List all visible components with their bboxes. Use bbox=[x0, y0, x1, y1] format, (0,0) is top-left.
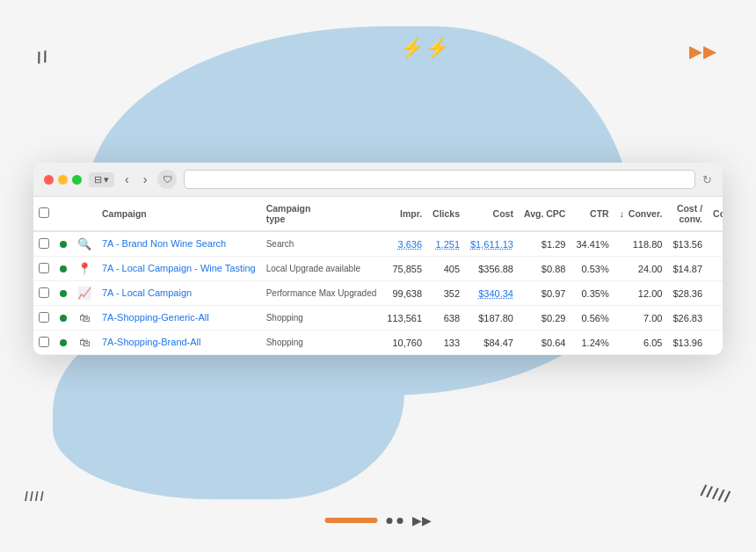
row-avg-cpc: $0.64 bbox=[519, 330, 571, 355]
traffic-light-green[interactable] bbox=[72, 175, 82, 185]
row-campaign: 7A - Brand Non Wine Search bbox=[97, 231, 261, 257]
clicks-value: 638 bbox=[444, 313, 460, 323]
campaign-link[interactable]: 7A - Local Campaign - Wine Tasting bbox=[102, 262, 256, 274]
row-conv-rate: 1.10% bbox=[708, 306, 723, 330]
row-clicks: 1,251 bbox=[427, 231, 465, 257]
row-conv-rate: 4.55% bbox=[708, 330, 723, 355]
row-checkbox[interactable] bbox=[39, 238, 49, 249]
row-avg-cpc: $0.29 bbox=[519, 306, 571, 330]
cost-value: $187.80 bbox=[478, 313, 513, 323]
status-dot bbox=[60, 265, 67, 272]
table-row: 🔍7A - Brand Non Wine SearchSearch3,6361,… bbox=[33, 231, 723, 257]
cost-conv-value: $28.36 bbox=[672, 288, 702, 299]
select-all-checkbox[interactable] bbox=[39, 207, 49, 218]
impr-value: 10,760 bbox=[392, 338, 422, 348]
row-avg-cpc: $0.97 bbox=[519, 281, 571, 306]
forward-button[interactable]: › bbox=[140, 171, 151, 188]
row-campaign: 7A-Shopping-Generic-All bbox=[97, 306, 261, 330]
row-conver: 7.00 bbox=[614, 306, 668, 330]
avg-cpc-value: $1.29 bbox=[542, 239, 566, 250]
row-checkbox[interactable] bbox=[39, 287, 49, 298]
traffic-lights bbox=[44, 175, 82, 185]
row-campaign-type: Search bbox=[261, 231, 382, 257]
header-avg-cpc[interactable]: Avg. CPC bbox=[519, 197, 571, 231]
browser-chrome: ⊟ ▾ ‹ › 🛡 ↻ bbox=[33, 163, 723, 197]
status-dot bbox=[60, 241, 67, 248]
status-dot bbox=[60, 315, 67, 322]
cost-value[interactable]: $1,611.13 bbox=[470, 239, 513, 250]
campaign-link[interactable]: 7A - Brand Non Wine Search bbox=[102, 237, 256, 250]
row-icon-cell: 🛍 bbox=[72, 306, 97, 330]
row-cost: $84.47 bbox=[465, 330, 519, 355]
campaign-link[interactable]: 7A - Local Campaign bbox=[102, 287, 256, 299]
url-bar[interactable] bbox=[184, 170, 695, 189]
status-dot bbox=[60, 290, 67, 297]
traffic-light-red[interactable] bbox=[44, 175, 54, 185]
row-checkbox[interactable] bbox=[39, 312, 49, 323]
row-status-cell bbox=[55, 330, 72, 355]
row-checkbox-cell[interactable] bbox=[33, 330, 55, 355]
sidebar-toggle-button[interactable]: ⊟ ▾ bbox=[89, 172, 114, 187]
header-checkbox[interactable] bbox=[33, 197, 55, 231]
row-checkbox-cell[interactable] bbox=[33, 306, 55, 330]
header-impr[interactable]: Impr. bbox=[382, 197, 427, 231]
header-cost[interactable]: Cost bbox=[465, 197, 519, 231]
row-checkbox-cell[interactable] bbox=[33, 257, 55, 281]
clicks-value[interactable]: 1,251 bbox=[435, 239, 460, 250]
header-icon bbox=[72, 197, 97, 231]
campaign-type-icon: 📍 bbox=[77, 262, 91, 275]
row-status-cell bbox=[55, 231, 72, 257]
header-conv-rate[interactable]: Conv. rate bbox=[708, 197, 723, 231]
header-status bbox=[55, 197, 72, 231]
dot-2 bbox=[397, 518, 403, 524]
row-campaign-type: Performance Max Upgraded bbox=[261, 281, 382, 306]
cost-conv-value: $26.83 bbox=[672, 313, 702, 323]
row-clicks: 352 bbox=[427, 281, 465, 306]
table-row: 📍7A - Local Campaign - Wine TastingLocal… bbox=[33, 257, 723, 281]
cost-conv-value: $13.96 bbox=[672, 338, 702, 348]
row-conv-rate: 0.20% bbox=[708, 281, 723, 306]
ctr-value: 0.53% bbox=[582, 264, 609, 274]
conver-value: 7.00 bbox=[643, 313, 662, 323]
clicks-value: 133 bbox=[444, 338, 460, 348]
avg-cpc-value: $0.88 bbox=[542, 264, 566, 274]
row-checkbox-cell[interactable] bbox=[33, 231, 55, 257]
header-cost-conv[interactable]: Cost /conv. bbox=[667, 197, 708, 231]
ctr-value: 0.35% bbox=[582, 288, 609, 299]
header-clicks[interactable]: Clicks bbox=[427, 197, 465, 231]
avg-cpc-value: $0.97 bbox=[542, 288, 566, 299]
campaign-type-icon: 🛍 bbox=[79, 336, 91, 349]
row-ctr: 0.35% bbox=[571, 281, 614, 306]
header-conver[interactable]: ↓ Conver. bbox=[614, 197, 668, 231]
row-cost-conv: $26.83 bbox=[667, 306, 708, 330]
row-checkbox[interactable] bbox=[39, 263, 49, 273]
bottom-navigation: ▶▶ bbox=[325, 513, 432, 527]
traffic-light-yellow[interactable] bbox=[58, 175, 68, 185]
row-cost-conv: $28.36 bbox=[667, 281, 708, 306]
campaign-link[interactable]: 7A-Shopping-Generic-All bbox=[102, 311, 256, 323]
row-ctr: 0.53% bbox=[571, 257, 614, 281]
bottom-dots bbox=[387, 518, 403, 524]
campaign-link[interactable]: 7A-Shopping-Brand-All bbox=[102, 336, 256, 348]
deco-slash-bottomright: ///// bbox=[699, 482, 733, 507]
row-avg-cpc: $1.29 bbox=[519, 231, 571, 257]
cost-value[interactable]: $340.34 bbox=[478, 288, 513, 299]
refresh-button[interactable]: ↻ bbox=[702, 173, 712, 186]
row-cost: $340.34 bbox=[465, 281, 519, 306]
row-clicks: 133 bbox=[427, 330, 465, 355]
row-campaign-type: Shopping bbox=[261, 330, 382, 355]
conver-value: 6.05 bbox=[643, 338, 662, 348]
row-conver: 6.05 bbox=[614, 330, 668, 355]
row-impr: 10,760 bbox=[382, 330, 427, 355]
row-checkbox[interactable] bbox=[39, 337, 49, 347]
back-button[interactable]: ‹ bbox=[121, 171, 133, 188]
row-ctr: 0.56% bbox=[571, 306, 614, 330]
row-campaign: 7A - Local Campaign bbox=[97, 281, 261, 306]
impr-value[interactable]: 3,636 bbox=[398, 239, 423, 250]
shield-button[interactable]: 🛡 bbox=[157, 170, 177, 189]
row-icon-cell: 📍 bbox=[72, 257, 97, 281]
header-ctr[interactable]: CTR bbox=[571, 197, 614, 231]
row-campaign-type: Local Upgrade available bbox=[261, 257, 382, 281]
row-checkbox-cell[interactable] bbox=[33, 281, 55, 306]
campaign-type-icon: 📈 bbox=[77, 287, 91, 300]
